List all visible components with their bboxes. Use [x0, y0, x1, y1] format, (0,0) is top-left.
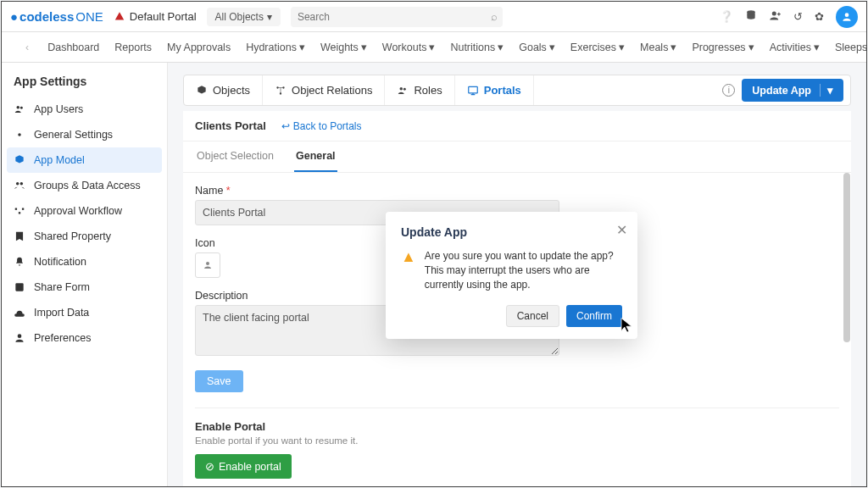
nav-scroll-left[interactable]: ‹: [22, 42, 32, 53]
sidebar-item-shared-property[interactable]: Shared Property: [2, 224, 167, 249]
modal-cancel-button[interactable]: Cancel: [506, 305, 559, 327]
modal-close-button[interactable]: ✕: [616, 222, 627, 238]
portal-selector[interactable]: Default Portal: [114, 10, 197, 23]
svg-point-7: [20, 182, 23, 186]
warning-icon: ▲: [401, 249, 416, 291]
tab-object-relations[interactable]: Object Relations: [263, 75, 385, 105]
nav-item[interactable]: Nutritions▾: [450, 41, 504, 53]
svg-point-6: [16, 182, 19, 186]
add-user-icon[interactable]: [769, 9, 782, 25]
object-scope-dropdown[interactable]: All Objects▾: [207, 8, 281, 26]
nav-item[interactable]: My Approvals: [167, 42, 231, 53]
chevron-down-icon[interactable]: ▾: [820, 84, 833, 97]
user-avatar[interactable]: [836, 6, 858, 28]
svg-rect-10: [19, 212, 20, 214]
nav-item[interactable]: Progresses▾: [692, 41, 754, 53]
update-app-button[interactable]: Update App▾: [742, 79, 843, 102]
modal-confirm-button[interactable]: Confirm: [566, 305, 622, 327]
nav-item[interactable]: Workouts▾: [382, 41, 436, 53]
sidebar-item-app-users[interactable]: App Users: [2, 97, 167, 122]
sidebar-item-groups[interactable]: Groups & Data Access: [2, 173, 167, 198]
nav-item[interactable]: Dashboard: [47, 42, 99, 53]
svg-point-12: [18, 334, 22, 338]
settings-sidebar: App Settings App Users General Settings …: [2, 63, 168, 487]
back-to-portals-link[interactable]: ↩Back to Portals: [281, 120, 362, 132]
tab-objects[interactable]: Objects: [184, 75, 263, 105]
global-search-input[interactable]: [291, 7, 503, 27]
sidebar-title: App Settings: [2, 75, 167, 97]
update-app-modal: ✕ Update App ▲ Are you sure you want to …: [386, 212, 637, 339]
nav-item[interactable]: Activities▾: [770, 41, 820, 53]
enable-portal-title: Enable Portal: [195, 420, 839, 433]
nav-item[interactable]: Reports: [114, 42, 152, 53]
enable-portal-subtitle: Enable portal if you want to resume it.: [195, 435, 839, 446]
enable-portal-button[interactable]: ⊘Enable portal: [195, 454, 292, 479]
svg-point-17: [403, 87, 406, 90]
nav-item[interactable]: Meals▾: [640, 41, 676, 53]
sidebar-item-share-form[interactable]: Share Form: [2, 274, 167, 300]
nav-item[interactable]: Weights▾: [320, 41, 367, 53]
name-label: Name *: [195, 185, 839, 197]
search-icon: ⌕: [491, 10, 498, 23]
sidebar-item-app-model[interactable]: App Model: [7, 147, 162, 173]
portal-subheader: Clients Portal ↩Back to Portals: [183, 111, 851, 141]
svg-point-5: [18, 133, 21, 136]
sidebar-item-approval-workflow[interactable]: Approval Workflow: [2, 198, 167, 224]
svg-rect-8: [15, 208, 17, 210]
svg-point-3: [17, 106, 20, 109]
app-logo: ●codelessONE: [10, 9, 103, 24]
nav-item[interactable]: Exercises▾: [570, 41, 625, 53]
scrollbar[interactable]: [843, 173, 850, 342]
svg-rect-11: [15, 283, 23, 291]
database-icon[interactable]: [745, 9, 757, 24]
svg-point-4: [20, 107, 23, 109]
history-icon[interactable]: ↺: [793, 10, 803, 23]
subtab-object-selection[interactable]: Object Selection: [195, 141, 275, 172]
svg-rect-9: [22, 208, 24, 210]
sidebar-item-import-data[interactable]: Import Data: [2, 300, 167, 325]
settings-gear-icon[interactable]: ✿: [815, 10, 824, 23]
portal-title: Clients Portal: [195, 119, 266, 132]
topbar: ●codelessONE Default Portal All Objects▾…: [2, 2, 866, 32]
nav-item[interactable]: Goals▾: [519, 41, 555, 53]
icon-picker[interactable]: [195, 252, 220, 278]
tab-portals[interactable]: Portals: [455, 75, 534, 105]
sidebar-item-notification[interactable]: Notification: [2, 249, 167, 274]
modal-title: Update App: [401, 225, 622, 239]
svg-point-2: [845, 13, 849, 17]
svg-point-16: [400, 86, 403, 90]
info-icon[interactable]: i: [722, 84, 735, 97]
svg-point-19: [206, 262, 209, 265]
tab-roles[interactable]: Roles: [385, 75, 454, 105]
save-button[interactable]: Save: [195, 370, 243, 392]
svg-rect-18: [468, 86, 477, 93]
sidebar-item-general-settings[interactable]: General Settings: [2, 122, 167, 147]
help-icon[interactable]: ❔: [720, 10, 733, 23]
sidebar-item-preferences[interactable]: Preferences: [2, 325, 167, 351]
back-arrow-icon: ↩: [281, 120, 290, 132]
nav-item[interactable]: Sleeps: [835, 42, 866, 53]
nav-item[interactable]: Hydrations▾: [246, 41, 305, 53]
modal-message: Are you sure you want to update the app?…: [425, 249, 622, 291]
portal-subtabs: Object Selection General: [183, 141, 851, 173]
subtab-general[interactable]: General: [294, 141, 337, 172]
block-icon: ⊘: [205, 460, 214, 473]
main-nav: ‹ Dashboard Reports My Approvals Hydrati…: [2, 32, 866, 63]
model-tabs: Objects Object Relations Roles Portals i…: [183, 75, 851, 106]
svg-point-1: [772, 11, 776, 15]
chevron-down-icon: ▾: [267, 11, 272, 23]
